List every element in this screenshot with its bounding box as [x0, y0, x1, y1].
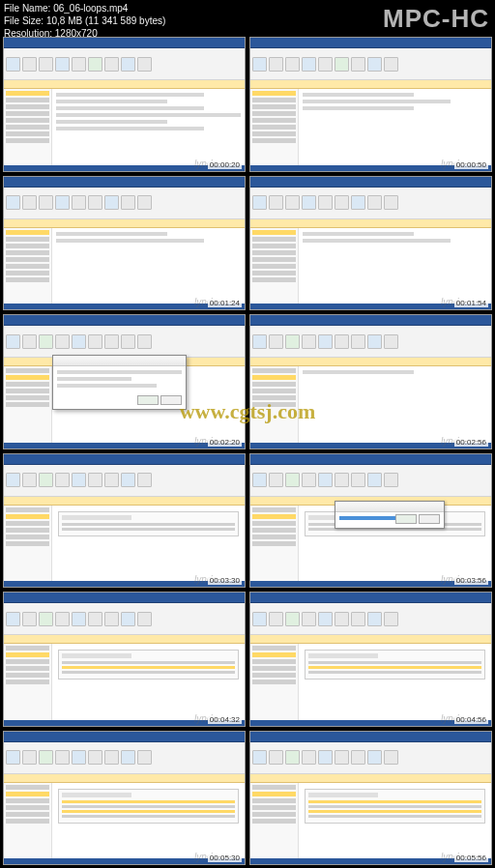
thumbnail-grid: lynda 00:00:20 lynda 00:00:50 lynda 00:0…: [3, 37, 492, 865]
dialog-box[interactable]: [52, 355, 187, 410]
thumbnail[interactable]: lynda 00:03:30: [3, 453, 246, 589]
ribbon-icon: [104, 57, 119, 72]
timestamp: 00:02:56: [454, 438, 488, 447]
timestamp: 00:03:56: [454, 576, 488, 585]
timestamp: 00:02:20: [208, 438, 242, 447]
thumbnail[interactable]: lynda 00:00:20: [3, 37, 246, 172]
timestamp: 00:05:56: [454, 854, 488, 862]
timestamp: 00:00:50: [454, 160, 488, 169]
breadcrumb-bar: [4, 80, 245, 89]
thumbnail[interactable]: lynda 00:04:56: [249, 592, 492, 727]
thumbnail[interactable]: lynda 00:00:50: [249, 37, 492, 172]
player-logo: MPC-HC: [383, 4, 489, 34]
timestamp: 00:00:20: [208, 160, 242, 169]
ok-button[interactable]: [395, 514, 417, 524]
filename-value: 06_06-loops.mp4: [53, 3, 128, 14]
titlebar: [4, 38, 245, 48]
thumbnail[interactable]: lynda 00:01:24: [3, 176, 246, 311]
workflow-stage: [58, 511, 239, 536]
thumbnail[interactable]: lynda 00:03:56: [249, 453, 492, 589]
ok-button[interactable]: [137, 395, 159, 405]
ribbon-icon: [22, 57, 37, 72]
timestamp: 00:01:24: [208, 299, 242, 307]
timestamp: 00:03:30: [208, 576, 242, 585]
thumbnail[interactable]: lynda 00:02:20: [3, 314, 246, 449]
thumbnail[interactable]: lynda 00:01:54: [249, 176, 492, 311]
small-dialog[interactable]: [335, 501, 445, 530]
ribbon-icon: [137, 57, 152, 72]
ribbon-icon: [72, 57, 86, 72]
ribbon-icon: [121, 57, 135, 72]
site-watermark: www.cgtsj.com: [180, 399, 316, 424]
thumbnail[interactable]: lynda 00:02:56: [249, 314, 492, 449]
cancel-button[interactable]: [419, 514, 440, 524]
timestamp: 00:05:30: [208, 854, 242, 862]
filesize-value: 10,8 MB (11 341 589 bytes): [46, 15, 165, 26]
ribbon-icon: [39, 57, 53, 72]
sidebar: [4, 89, 52, 168]
ribbon: [4, 48, 245, 80]
ribbon-icon: [55, 57, 70, 72]
content-pane: [52, 89, 245, 168]
ribbon-icon: [6, 57, 20, 72]
timestamp: 00:04:56: [454, 715, 488, 724]
thumbnail[interactable]: lynda 00:05:56: [249, 731, 492, 866]
timestamp: 00:04:32: [208, 715, 242, 724]
ribbon-icon: [88, 57, 102, 72]
thumbnail[interactable]: lynda 00:05:30: [3, 731, 246, 866]
timestamp: 00:01:54: [454, 299, 488, 307]
thumbnail[interactable]: lynda 00:04:32: [3, 592, 246, 727]
cancel-button[interactable]: [160, 395, 182, 405]
dialog-titlebar: [53, 356, 186, 366]
